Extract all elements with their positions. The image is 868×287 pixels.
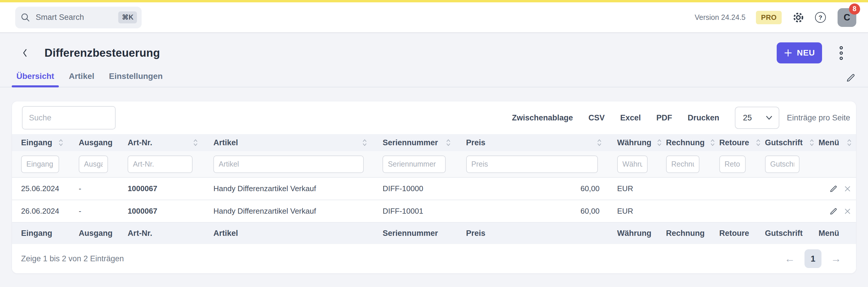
pagination: ← 1 → — [784, 249, 841, 268]
filter-artikel[interactable] — [213, 155, 364, 173]
kebab-dot — [840, 46, 843, 49]
cell-artnr: 1000067 — [128, 177, 213, 200]
page-number-button[interactable]: 1 — [805, 249, 822, 268]
filter-seriennummer[interactable] — [382, 155, 446, 173]
content-area: Zwischenablage CSV Excel PDF Drucken 25 … — [0, 87, 868, 273]
chevron-down-icon — [766, 115, 772, 120]
table-row[interactable]: 25.06.2024 - 1000067 Handy Differenzarti… — [12, 177, 856, 200]
column-header-waehrung[interactable]: Währung — [617, 134, 666, 151]
cell-preis: 60,00 — [466, 200, 617, 222]
column-header-preis[interactable]: Preis — [466, 134, 617, 151]
cell-eingang: 25.06.2024 — [12, 177, 79, 200]
filter-rechnung[interactable] — [666, 155, 700, 173]
filter-eingang[interactable] — [21, 155, 59, 173]
print-button[interactable]: Drucken — [688, 113, 719, 122]
filter-waehrung[interactable] — [617, 155, 648, 173]
column-label: Gutschrift — [765, 138, 803, 147]
export-csv-button[interactable]: CSV — [589, 113, 605, 122]
gear-icon — [792, 11, 805, 24]
cell-artnr: 1000067 — [128, 200, 213, 222]
search-icon — [21, 12, 30, 23]
new-button-label: NEU — [797, 48, 815, 58]
cell-seriennummer: DIFF-10000 — [382, 177, 466, 200]
table-search-input[interactable] — [22, 106, 116, 130]
footer-column-label: Eingang — [12, 222, 79, 244]
entries-summary: Zeige 1 bis 2 von 2 Einträgen — [21, 254, 124, 263]
pro-badge: PRO — [756, 11, 782, 24]
cell-artikel: Handy Differenzartikel Verkauf — [213, 177, 382, 200]
footer-column-label: Ausgang — [79, 222, 128, 244]
sort-both-icon — [193, 138, 198, 147]
close-icon — [844, 185, 851, 192]
chevron-left-icon — [21, 48, 29, 58]
column-header-rechnung[interactable]: Rechnung — [666, 134, 719, 151]
delete-row-button[interactable] — [844, 185, 851, 192]
edit-page-button[interactable] — [845, 72, 856, 84]
cell-retoure — [719, 177, 765, 200]
column-header-gutschrift[interactable]: Gutschrift — [765, 134, 818, 151]
export-excel-button[interactable]: Excel — [620, 113, 641, 122]
filter-artnr[interactable] — [128, 155, 192, 173]
sort-both-icon — [847, 138, 852, 147]
next-page-button[interactable]: → — [831, 253, 841, 264]
cell-gutschrift — [765, 177, 818, 200]
cell-artikel: Handy Differenzartikel Verkauf — [213, 200, 382, 222]
filter-gutschrift[interactable] — [765, 155, 800, 173]
cell-ausgang: - — [79, 177, 128, 200]
filter-preis[interactable] — [466, 155, 598, 173]
page-title: Differenzbesteuerung — [44, 47, 160, 59]
column-header-eingang[interactable]: Eingang — [12, 134, 79, 151]
smart-search-input[interactable] — [36, 13, 118, 22]
topbar: ⌘K Version 24.24.5 PRO ? C 8 — [0, 2, 868, 33]
more-options-button[interactable] — [838, 44, 845, 62]
cell-eingang: 26.06.2024 — [12, 200, 79, 222]
cell-retoure — [719, 200, 765, 222]
column-label: Seriennummer — [382, 138, 438, 147]
footer-column-label: Retoure — [719, 222, 765, 244]
column-label: Preis — [466, 138, 486, 147]
edit-row-button[interactable] — [829, 207, 838, 216]
filter-ausgang[interactable] — [79, 155, 108, 173]
column-label: Eingang — [21, 138, 52, 147]
filter-retoure[interactable] — [719, 155, 746, 173]
delete-row-button[interactable] — [844, 208, 851, 215]
copy-to-clipboard-button[interactable]: Zwischenablage — [512, 113, 573, 122]
arrow-left-icon: ← — [784, 253, 795, 264]
table-row[interactable]: 26.06.2024 - 1000067 Handy Differenzarti… — [12, 200, 856, 222]
help-icon: ? — [815, 12, 826, 23]
footer-column-label: Menü — [818, 222, 856, 244]
column-label: Rechnung — [666, 138, 705, 147]
new-button[interactable]: NEU — [777, 42, 822, 63]
table-footer-header-row: Eingang Ausgang Art-Nr. Artikel Seriennu… — [12, 222, 856, 244]
table-footer: Zeige 1 bis 2 von 2 Einträgen ← 1 → — [12, 244, 856, 273]
cell-waehrung: EUR — [617, 177, 666, 200]
footer-column-label: Preis — [466, 222, 617, 244]
column-header-ausgang[interactable]: Ausgang — [79, 134, 128, 151]
settings-button[interactable] — [792, 11, 805, 24]
column-label: Art-Nr. — [128, 138, 152, 147]
page-size-value: 25 — [743, 113, 752, 122]
table-toolbar: Zwischenablage CSV Excel PDF Drucken 25 … — [12, 101, 856, 134]
sort-both-icon — [755, 138, 761, 147]
tab-uebersicht[interactable]: Übersicht — [12, 72, 59, 87]
tab-einstellungen[interactable]: Einstellungen — [104, 72, 167, 87]
smart-search[interactable]: ⌘K — [15, 7, 142, 28]
close-icon — [844, 208, 851, 215]
column-header-retoure[interactable]: Retoure — [719, 134, 765, 151]
column-label: Menü — [818, 138, 839, 147]
export-pdf-button[interactable]: PDF — [656, 113, 672, 122]
edit-row-button[interactable] — [829, 184, 838, 193]
column-header-artikel[interactable]: Artikel — [213, 134, 382, 151]
column-label: Ausgang — [79, 138, 113, 147]
page-size-select[interactable]: 25 — [735, 107, 779, 129]
search-shortcut-chip: ⌘K — [118, 11, 137, 23]
back-button[interactable] — [21, 48, 29, 58]
help-button[interactable]: ? — [815, 12, 826, 23]
column-header-artnr[interactable]: Art-Nr. — [128, 134, 213, 151]
tab-artikel[interactable]: Artikel — [64, 72, 99, 87]
column-label: Retoure — [719, 138, 749, 147]
column-header-seriennummer[interactable]: Seriennummer — [382, 134, 466, 151]
previous-page-button[interactable]: ← — [784, 253, 795, 264]
pencil-icon — [845, 72, 856, 83]
column-header-menue[interactable]: Menü — [818, 134, 856, 151]
